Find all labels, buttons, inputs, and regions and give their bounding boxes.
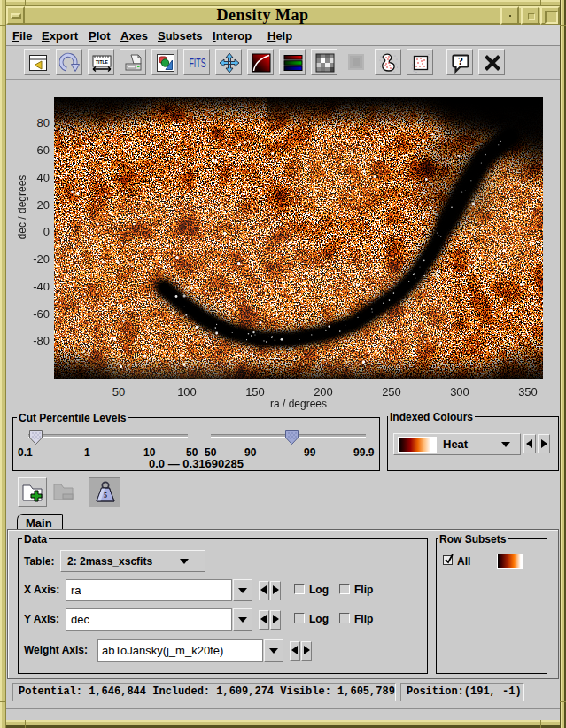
- svg-text:5: 5: [104, 492, 107, 500]
- svg-text:TITLE: TITLE: [96, 59, 109, 65]
- svg-text:?: ?: [458, 55, 463, 67]
- svg-text:FITS: FITS: [190, 56, 206, 70]
